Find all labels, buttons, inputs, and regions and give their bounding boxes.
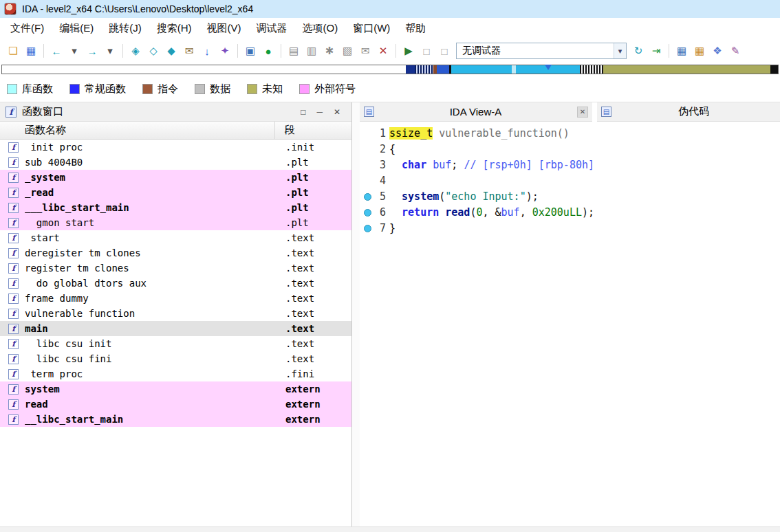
panel-splitter[interactable] — [352, 102, 360, 527]
tab-pseudocode[interactable]: ▤ 伪代码 — [597, 102, 780, 122]
enums-icon[interactable]: ▥ — [303, 43, 320, 59]
nav-back-icon[interactable]: ← — [48, 43, 65, 59]
panel-close-button[interactable]: ✕ — [334, 107, 340, 117]
panel-minimize-button[interactable]: ─ — [316, 107, 323, 117]
legend-item-regular-function: 常规函数 — [69, 82, 126, 96]
function-row[interactable]: fmain.text — [0, 321, 351, 336]
menu-help[interactable]: 帮助 — [398, 22, 433, 35]
function-segment: .init — [275, 142, 314, 153]
function-row[interactable]: f__gmon_start__.plt — [0, 215, 351, 230]
navband-segment[interactable] — [406, 65, 415, 74]
navband-segment[interactable] — [2, 65, 406, 74]
menu-windows[interactable]: 窗口(W) — [345, 22, 398, 35]
code-line[interactable]: 7} — [360, 221, 780, 236]
jump-segment-icon[interactable]: ◇ — [145, 43, 162, 59]
menu-search[interactable]: 搜索(H) — [149, 22, 199, 35]
function-row[interactable]: f_init_proc.init — [0, 140, 351, 155]
debug-start-icon[interactable]: ▶ — [400, 43, 417, 59]
code-text: ssize_t vulnerable_function() — [389, 126, 570, 142]
function-row[interactable]: f__libc_csu_init.text — [0, 336, 351, 351]
menu-debugger[interactable]: 调试器 — [248, 22, 294, 35]
structures-icon[interactable]: ▤ — [285, 43, 302, 59]
menu-options[interactable]: 选项(O) — [294, 22, 345, 35]
function-name: deregister_tm_clones — [25, 247, 275, 258]
navband-segment[interactable] — [580, 65, 603, 74]
save-icon[interactable]: ▦ — [23, 43, 39, 59]
navband-segment[interactable] — [437, 65, 449, 74]
nav-back-menu-icon[interactable]: ▾ — [66, 43, 83, 59]
function-segment: extern — [275, 414, 321, 425]
menu-file[interactable]: 文件(F) — [3, 22, 52, 35]
navband-segment[interactable] — [770, 65, 778, 74]
jump-name-icon[interactable]: ◈ — [127, 43, 144, 59]
function-row[interactable]: freadextern — [0, 397, 351, 412]
code-line[interactable]: 5 system("echo Input:"); — [360, 189, 780, 205]
function-row[interactable]: f_system.plt — [0, 170, 351, 185]
cross-references-icon[interactable]: ✱ — [321, 43, 338, 59]
navband-track[interactable] — [1, 65, 779, 74]
function-name: __libc_csu_init — [25, 338, 275, 349]
debug-stop-icon[interactable]: □ — [436, 43, 453, 59]
function-row[interactable]: f_read.plt — [0, 185, 351, 200]
code-line[interactable]: 1ssize_t vulnerable_function() — [360, 126, 780, 142]
code-line[interactable]: 2{ — [360, 142, 780, 157]
text-view-icon[interactable]: ▣ — [242, 43, 259, 59]
open-file-icon[interactable]: ❏ — [5, 43, 21, 59]
function-row[interactable]: f___libc_start_main.plt — [0, 200, 351, 215]
function-row[interactable]: f__libc_start_mainextern — [0, 412, 351, 427]
function-row[interactable]: fframe_dummy.text — [0, 291, 351, 306]
debugger-selector-dropdown-icon[interactable]: ▾ — [614, 43, 626, 58]
nav-forward-icon[interactable]: → — [84, 43, 100, 59]
function-row[interactable]: f_term_proc.fini — [0, 366, 351, 381]
status-bar — [0, 527, 780, 532]
code-line[interactable]: 3 char buf; // [rsp+0h] [rbp-80h] — [360, 157, 780, 173]
debugger-attach-icon[interactable]: ↻ — [630, 43, 647, 59]
function-row[interactable]: fvulnerable_function.text — [0, 306, 351, 321]
functions-window-header: f 函数窗口 □ ─ ✕ — [0, 102, 351, 122]
breakpoint-list-icon[interactable]: ▦ — [673, 43, 690, 59]
legend-label: 指令 — [158, 82, 178, 96]
navigation-band[interactable] — [0, 63, 780, 76]
tab-ida-view-a[interactable]: ▤ IDA View-A ✕ — [360, 102, 592, 122]
function-row[interactable]: f__do_global_dtors_aux.text — [0, 276, 351, 291]
debugger-step-icon[interactable]: ⇥ — [648, 43, 664, 59]
notes-icon[interactable]: ✉ — [357, 43, 373, 59]
jump-problem-icon[interactable]: ◆ — [163, 43, 180, 59]
panel-restore-button[interactable]: □ — [301, 107, 305, 117]
legend-item-instruction: 指令 — [142, 82, 178, 96]
jump-next-icon[interactable]: ↓ — [199, 43, 215, 59]
menu-edit[interactable]: 编辑(E) — [52, 22, 101, 35]
pseudocode-view[interactable]: 1ssize_t vulnerable_function()2{3 char b… — [360, 122, 780, 527]
debug-pause-icon[interactable]: □ — [418, 43, 435, 59]
function-row[interactable]: fregister_tm_clones.text — [0, 261, 351, 276]
segments-icon[interactable]: ▧ — [339, 43, 356, 59]
code-line[interactable]: 4 — [360, 173, 780, 189]
navband-segment[interactable] — [603, 65, 770, 74]
function-row[interactable]: fsub_4004B0.plt — [0, 155, 351, 170]
unknown-swatch — [247, 84, 257, 94]
edit-icon[interactable]: ✎ — [727, 43, 744, 59]
menu-view[interactable]: 视图(V) — [199, 22, 248, 35]
nav-forward-menu-icon[interactable]: ▾ — [102, 43, 118, 59]
navband-segment[interactable] — [451, 65, 512, 74]
code-line[interactable]: 6 return read(0, &buf, 0x200uLL); — [360, 205, 780, 221]
function-row[interactable]: f__libc_csu_fini.text — [0, 351, 351, 366]
close-window-icon[interactable]: ✕ — [375, 43, 391, 59]
mail-icon[interactable]: ✉ — [181, 43, 197, 59]
function-row[interactable]: fsystemextern — [0, 381, 351, 397]
navband-segment[interactable] — [415, 65, 433, 74]
script-icon[interactable]: ✦ — [217, 43, 233, 59]
column-segment[interactable]: 段 — [275, 124, 295, 137]
function-row[interactable]: f_start.text — [0, 230, 351, 245]
module-list-icon[interactable]: ▦ — [691, 43, 708, 59]
function-icon: f — [8, 218, 19, 228]
function-name: __do_global_dtors_aux — [25, 278, 275, 289]
legend-label: 库函数 — [22, 82, 53, 96]
menu-jump[interactable]: 跳转(J) — [101, 22, 149, 35]
function-row[interactable]: fderegister_tm_clones.text — [0, 245, 351, 261]
graph-overview-icon[interactable]: ● — [260, 43, 277, 59]
debugger-selector[interactable]: 无调试器▾ — [456, 43, 627, 59]
plugins-icon[interactable]: ❖ — [709, 43, 726, 59]
column-function-name[interactable]: 函数名称 — [0, 122, 275, 139]
ida-view-close-button[interactable]: ✕ — [577, 107, 588, 118]
